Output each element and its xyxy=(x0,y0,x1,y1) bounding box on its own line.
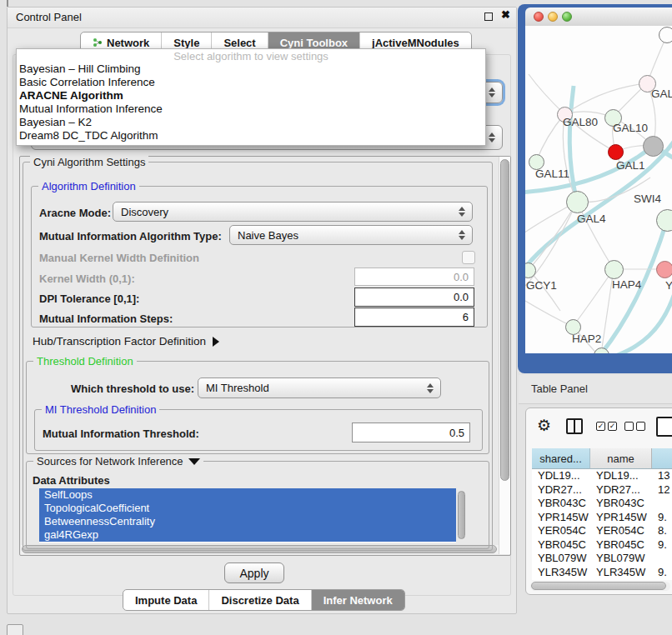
cell: YDL19... xyxy=(532,469,590,483)
node-label: GAL1 xyxy=(616,159,645,172)
close-icon[interactable]: ✖ xyxy=(501,8,510,21)
dropdown-hint: Select algorithm to view settings xyxy=(17,50,485,62)
network-window-titlebar[interactable] xyxy=(525,8,672,27)
node-y[interactable] xyxy=(656,261,672,278)
cell: 9. xyxy=(652,511,672,525)
mi-threshold-label: Mutual Information Threshold: xyxy=(43,428,199,440)
cell: YIL052C xyxy=(532,579,590,580)
group-title: Cyni Algorithm Settings xyxy=(30,156,148,168)
dropdown-item[interactable]: Bayesian – K2 xyxy=(17,116,485,129)
column-header-label: shared... xyxy=(539,452,582,465)
mi-type-label: Mutual Information Algorithm Type: xyxy=(39,230,222,242)
node-hap4[interactable] xyxy=(604,260,624,279)
combo-stepper-icon xyxy=(427,383,434,393)
node[interactable] xyxy=(659,27,672,43)
kernel-width-field[interactable]: 0.0 xyxy=(354,268,474,286)
node-label: SWI4 xyxy=(634,192,661,205)
table-row[interactable]: YDR27... YDR27... 12 xyxy=(532,483,672,498)
vertical-scrollbar[interactable] xyxy=(499,157,510,554)
combo-value: MI Threshold xyxy=(206,382,269,394)
kernel-width-label: Kernel Width (0,1): xyxy=(39,272,135,285)
zoom-traffic-light[interactable] xyxy=(562,12,572,22)
control-panel-titlebar: Control Panel ✖ xyxy=(8,8,516,28)
dpi-tolerance-field[interactable]: 0.0 xyxy=(354,288,474,307)
column-header-shared-name[interactable]: shared... xyxy=(532,448,590,469)
node-gal4[interactable] xyxy=(566,191,589,213)
table-row[interactable]: YPR145W YPR145W 9. xyxy=(532,511,672,525)
table-row[interactable]: YLR345W YLR345W 9. xyxy=(532,566,672,580)
table-row[interactable]: YBR045C YBR045C 9. xyxy=(532,538,672,552)
scrollbar-thumb[interactable] xyxy=(500,159,509,481)
mi-threshold-field[interactable]: 0.5 xyxy=(352,422,470,442)
scrollbar-thumb[interactable] xyxy=(531,582,666,590)
group-title: MI Threshold Definition xyxy=(42,403,159,416)
group-title: Algorithm Definition xyxy=(38,180,139,192)
table-row[interactable]: YIL052C YIL052C 9 xyxy=(532,579,672,580)
cell: YLR345W xyxy=(590,566,652,580)
gear-icon[interactable]: ⚙ xyxy=(537,416,551,435)
cell: YBR045C xyxy=(532,538,590,552)
list-item[interactable]: SelfLoops xyxy=(39,488,456,502)
dropdown-item[interactable]: Mutual Information Inference xyxy=(17,102,485,116)
dropdown-item[interactable]: Bayesian – Hill Climbing xyxy=(17,62,485,76)
list-item[interactable]: BetweennessCentrality xyxy=(39,515,456,528)
tab-label: Select xyxy=(223,37,255,49)
mi-type-combo[interactable]: Naive Bayes xyxy=(229,225,473,245)
minimized-panel-icon[interactable] xyxy=(7,624,23,635)
mi-steps-label: Mutual Information Steps: xyxy=(39,312,173,325)
combo-stepper-icon xyxy=(459,207,465,217)
minimize-traffic-light[interactable] xyxy=(548,12,558,22)
table-panel-title: Table Panel xyxy=(531,382,588,395)
float-window-icon[interactable] xyxy=(484,12,493,21)
table-row[interactable]: YBL079W YBL079W xyxy=(532,552,672,566)
function-builder-icon[interactable] xyxy=(656,417,672,437)
control-panel-window: Control Panel ✖ Network Style Select Cyn… xyxy=(7,7,517,614)
table-row[interactable]: YBR043C YBR043C xyxy=(532,497,672,511)
dropdown-item[interactable]: Dream8 DC_TDC Algorithm xyxy=(17,129,485,142)
aracne-mode-combo[interactable]: Discovery xyxy=(113,202,473,222)
tab-label: Infer Network xyxy=(323,594,393,607)
cell: YBL079W xyxy=(532,552,590,566)
node-label: GAL xyxy=(651,88,672,100)
cell: YBR043C xyxy=(590,497,652,511)
data-attributes-label: Data Attributes xyxy=(33,474,110,487)
deselect-all-columns-icon[interactable] xyxy=(624,422,645,431)
node-label: GAL4 xyxy=(577,212,606,225)
list-item[interactable]: gal4RGexp xyxy=(39,528,456,542)
cell: YDL19... xyxy=(590,469,652,483)
select-all-columns-icon[interactable]: ✓✓ xyxy=(596,422,617,431)
table-row[interactable]: YDL19... YDL19... 13 xyxy=(532,469,672,483)
combo-value: Discovery xyxy=(121,206,168,218)
table-horizontal-scrollbar[interactable] xyxy=(530,582,670,591)
mi-steps-field[interactable]: 6 xyxy=(354,308,474,327)
data-attributes-list[interactable]: SelfLoops TopologicalCoefficient Between… xyxy=(39,488,456,542)
table-row[interactable]: YER054C YER054C 8. xyxy=(532,524,672,538)
network-canvas[interactable]: GAL GAL80 GAL10 GAL1 GAL11 SWI4 GAL4 GCY… xyxy=(525,26,672,353)
node-gray[interactable] xyxy=(643,136,664,157)
dropdown-item-aracne[interactable]: ARACNE Algorithm xyxy=(17,89,485,102)
network-view-window: GAL GAL80 GAL10 GAL1 GAL11 SWI4 GAL4 GCY… xyxy=(518,4,672,373)
column-header-clipped[interactable] xyxy=(652,448,672,469)
apply-button[interactable]: Apply xyxy=(224,562,284,583)
column-header-name[interactable]: name xyxy=(590,448,652,469)
hub-definition-toggle[interactable]: Hub/Transcription Factor Definition xyxy=(33,335,219,348)
split-columns-icon[interactable] xyxy=(566,418,583,434)
close-traffic-light[interactable] xyxy=(534,12,544,22)
which-threshold-combo[interactable]: MI Threshold xyxy=(198,378,441,398)
manual-kernel-checkbox[interactable] xyxy=(462,251,475,264)
tab-impute-data[interactable]: Impute Data xyxy=(123,590,209,610)
expand-right-icon[interactable] xyxy=(213,337,219,347)
node-gal1[interactable] xyxy=(608,144,624,160)
list-scrollbar-thumb[interactable] xyxy=(458,491,465,539)
tab-discretize-data[interactable]: Discretize Data xyxy=(209,590,311,610)
network-icon xyxy=(93,38,103,48)
combo-stepper-icon xyxy=(459,230,465,240)
collapse-down-icon[interactable] xyxy=(188,458,200,465)
column-header-label: name xyxy=(607,452,634,465)
cell: 9. xyxy=(652,538,672,552)
tab-infer-network[interactable]: Infer Network xyxy=(312,590,404,610)
list-item[interactable]: TopologicalCoefficient xyxy=(39,502,456,515)
combo-stepper-icon xyxy=(489,132,495,142)
cell: YER054C xyxy=(590,524,652,538)
dropdown-item[interactable]: Basic Correlation Inference xyxy=(17,76,485,89)
